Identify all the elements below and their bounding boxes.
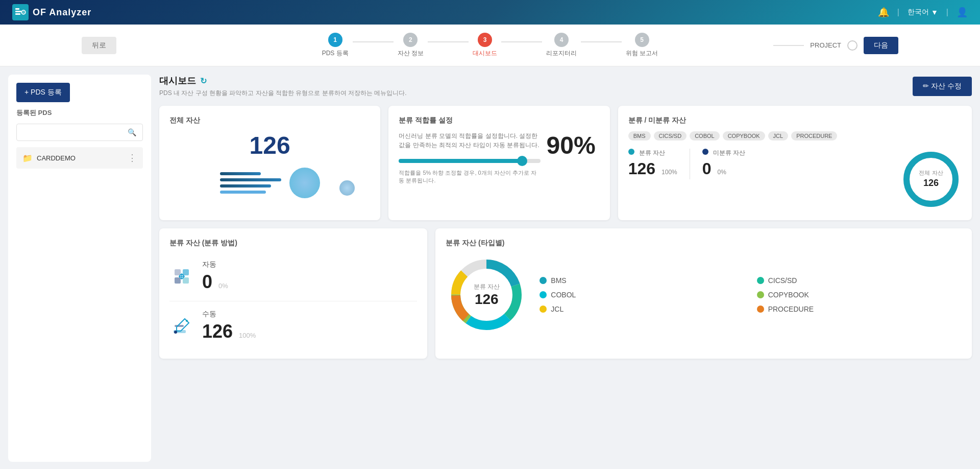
classification-percent: 90% (547, 131, 596, 159)
total-assets-visual (169, 168, 370, 198)
stepper-bar: 뒤로 1 PDS 등록 2 자산 정보 3 대시보드 (0, 25, 980, 66)
classification-config-title: 분류 적합률 설정 (399, 116, 599, 125)
add-pds-button[interactable]: + PDS 등록 (16, 83, 70, 102)
logo-text: OF Analyzer (33, 7, 91, 18)
stepper-line-3 (501, 41, 542, 42)
classification-status-card: 분류 / 미분류 자산 BMS CICS/SD COBOL COPYBOOK J… (618, 106, 972, 220)
auto-method-icon (169, 264, 194, 289)
step-3-circle: 3 (478, 33, 492, 47)
stepper-line-1 (353, 41, 394, 42)
folder-icon: 📁 (22, 153, 33, 163)
registered-pds-label: 등록된 PDS (16, 108, 143, 118)
language-selector[interactable]: 한국어 ▼ (908, 8, 938, 17)
step-5[interactable]: 5 위험 보고서 (626, 33, 658, 58)
header-divider-2: | (946, 8, 948, 17)
search-input[interactable] (23, 129, 128, 136)
app-header: OF Analyzer 🔔 | 한국어 ▼ | 👤 (0, 0, 980, 25)
project-indicator: PROJECT (773, 40, 857, 51)
asset-circle-small (339, 180, 355, 196)
svg-rect-7 (175, 277, 181, 284)
legend-dot-bms (540, 277, 547, 284)
step-4-label: 리포지터리 (546, 49, 577, 58)
sidebar: + PDS 등록 등록된 PDS 🔍 📁 CARDDEMO ⋮ (8, 75, 151, 462)
main-content: 대시보드 ↻ PDS 내 자산 구성 현황을 파악하고 자산을 적합한 유형으로… (159, 75, 972, 462)
header-divider: | (897, 8, 899, 17)
step-4[interactable]: 4 리포지터리 (546, 33, 577, 58)
step-3-label: 대시보드 (473, 49, 497, 58)
step-2-circle: 2 (403, 33, 418, 47)
unclassified-value: 0 (702, 159, 712, 178)
tag-jcl: JCL (768, 131, 789, 140)
tag-copybook: COPYBOOK (723, 131, 765, 140)
total-assets-card: 전체 자산 126 (159, 106, 380, 220)
legend-cobol: COBOL (540, 291, 744, 299)
legend-cics: CICS/SD (757, 276, 962, 285)
unclassified-pct: 0% (718, 169, 726, 176)
class-config-desc: 머신러닝 분류 모델의 적합률을 설정합니다. 설정한 값을 만족하는 최적의 … (399, 131, 540, 150)
step-2-label: 자산 정보 (398, 49, 424, 58)
step-2[interactable]: 2 자산 정보 (398, 33, 424, 58)
classified-pct: 100% (662, 169, 677, 176)
pds-list-item[interactable]: 📁 CARDDEMO ⋮ (16, 147, 143, 169)
tag-procedure: PROCEDURE (791, 131, 837, 140)
step-4-circle: 4 (554, 33, 569, 47)
legend-label-bms: BMS (551, 276, 566, 285)
step-1[interactable]: 1 PDS 등록 (322, 33, 349, 58)
legend-dot-procedure (757, 306, 764, 313)
auto-method-item: 자동 0 0% (169, 254, 417, 299)
classified-label: 분류 자산 (628, 149, 677, 157)
step-5-label: 위험 보고서 (626, 49, 658, 58)
classified-value: 126 (628, 159, 655, 178)
stepper-steps: 1 PDS 등록 2 자산 정보 3 대시보드 4 리포지터리 (322, 33, 658, 58)
legend-label-cobol: COBOL (551, 291, 576, 299)
step-5-circle: 5 (635, 33, 649, 47)
legend-bms: BMS (540, 276, 744, 285)
svg-rect-8 (183, 269, 189, 275)
legend-dot-jcl (540, 306, 547, 313)
legend-label-cics: CICS/SD (768, 276, 797, 285)
back-button[interactable]: 뒤로 (82, 37, 116, 54)
svg-rect-14 (175, 325, 184, 327)
step-1-label: PDS 등록 (322, 49, 349, 58)
step-3[interactable]: 3 대시보드 (473, 33, 497, 58)
legend-copybook: COPYBOOK (757, 291, 962, 299)
unclassified-label: 미분류 자산 (702, 149, 746, 157)
asset-edit-button[interactable]: ✏ 자산 수정 (913, 77, 972, 96)
accuracy-slider[interactable] (399, 159, 540, 163)
classification-type-card: 분류 자산 (타입별) (435, 228, 972, 359)
legend-dot-copybook (757, 291, 764, 298)
refresh-icon[interactable]: ↻ (200, 76, 207, 86)
classification-status-title: 분류 / 미분류 자산 (628, 116, 962, 125)
svg-rect-1 (15, 11, 21, 12)
user-icon[interactable]: 👤 (957, 7, 968, 18)
auto-pct: 0% (218, 282, 228, 290)
tag-bms: BMS (628, 131, 651, 140)
notification-bell-icon[interactable]: 🔔 (878, 7, 889, 18)
class-note: 적합률을 5% 하향 조정할 경우, 0개의 자산이 추가로 자동 분류됩니다. (399, 169, 540, 184)
main-layout: + PDS 등록 등록된 PDS 🔍 📁 CARDDEMO ⋮ 대시보드 ↻ P… (0, 66, 980, 469)
asset-lines (220, 172, 281, 194)
classification-config-card: 분류 적합률 설정 머신러닝 분류 모델의 적합률을 설정합니다. 설정한 값을… (388, 106, 609, 220)
legend-procedure: PROCEDURE (757, 305, 962, 313)
manual-value: 126 (202, 321, 233, 342)
classification-tags: BMS CICS/SD COBOL COPYBOOK JCL PROCEDURE (628, 131, 962, 140)
svg-point-16 (174, 331, 177, 334)
svg-point-3 (21, 10, 26, 14)
search-box: 🔍 (16, 124, 143, 141)
tag-cobol: COBOL (690, 131, 720, 140)
type-legend: BMS CICS/SD COBOL COPYBOOK (540, 276, 962, 313)
tag-cics: CICS/SD (654, 131, 687, 140)
auto-label: 자동 (202, 260, 417, 269)
top-cards-row: 전체 자산 126 분류 적합률 설정 (159, 106, 972, 220)
legend-label-copybook: COPYBOOK (768, 291, 809, 299)
legend-label-jcl: JCL (551, 305, 564, 313)
svg-rect-2 (15, 13, 20, 15)
next-button[interactable]: 다음 (864, 37, 898, 54)
total-assets-title: 전체 자산 (169, 116, 370, 125)
manual-label: 수동 (202, 310, 417, 319)
classification-type-title: 분류 자산 (타입별) (446, 239, 962, 248)
manual-pct: 100% (239, 332, 256, 339)
pds-item-menu-icon[interactable]: ⋮ (128, 152, 137, 163)
svg-rect-6 (175, 269, 181, 275)
dashboard-description: PDS 내 자산 구성 현황을 파악하고 자산을 적합한 유형으로 분류하여 저… (159, 89, 407, 98)
